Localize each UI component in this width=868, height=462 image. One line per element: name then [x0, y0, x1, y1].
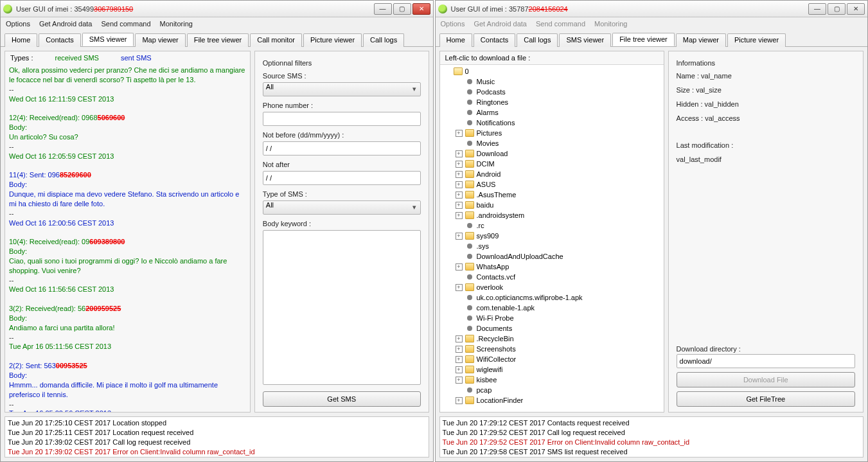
minimize-button[interactable]: —: [808, 3, 826, 15]
tree-node[interactable]: +Pictures: [440, 128, 664, 138]
log-panel[interactable]: Tue Jun 20 17:29:12 CEST 2017 Contacts r…: [439, 416, 864, 458]
source-select[interactable]: All: [263, 82, 421, 96]
info-title: Informations: [677, 59, 855, 67]
download-dir-input[interactable]: [677, 354, 855, 368]
tree-node[interactable]: +.RecycleBin: [440, 333, 664, 344]
tree-node[interactable]: +WifiCollector: [440, 354, 664, 364]
menu-send-command[interactable]: Send command: [101, 20, 150, 28]
titlebar[interactable]: User GUI of imei : 357872084156024 — ▢ ✕: [436, 1, 868, 17]
tree-node[interactable]: Alarms: [440, 107, 664, 118]
log-line: Tue Jun 20 17:39:02 CEST 2017 Call log r…: [8, 438, 426, 447]
filetree-content: Left-clic to download a file : 0MusicPod…: [436, 47, 868, 461]
sms-message[interactable]: 11(4): Sent: 09685269600Body:Dunque, mi …: [9, 170, 246, 237]
tree-node[interactable]: .sys: [440, 241, 664, 251]
tree-node[interactable]: Movies: [440, 138, 664, 148]
menu-options[interactable]: Options: [6, 20, 30, 28]
tab-map-viewer[interactable]: Map viewer: [135, 33, 185, 47]
info-name: Name : val_name: [677, 72, 855, 80]
info-lastmod: val_last_modif: [677, 155, 855, 163]
type-select[interactable]: All: [263, 200, 421, 215]
tree-node[interactable]: +kisbee: [440, 375, 664, 385]
tree-node[interactable]: +ASUS: [440, 179, 664, 190]
tree-node[interactable]: +LocationFinder: [440, 395, 664, 405]
tab-picture-viewer[interactable]: Picture viewer: [727, 33, 786, 47]
tree-node[interactable]: +Screenshots: [440, 344, 664, 354]
tree-node[interactable]: Podcasts: [440, 87, 664, 97]
tree-node[interactable]: +sys909: [440, 231, 664, 241]
menu-send-command[interactable]: Send command: [536, 20, 585, 28]
menubar: Options Get Android data Send command Mo…: [1, 17, 433, 30]
tree-node[interactable]: +DCIM: [440, 159, 664, 169]
tab-contacts[interactable]: Contacts: [474, 33, 515, 47]
log-line: Tue Jun 20 17:39:02 CEST 2017 Error on C…: [8, 447, 426, 457]
sms-message[interactable]: Ok, allora possimo vederci per pranzo? C…: [9, 66, 246, 113]
download-file-button[interactable]: Download File: [677, 372, 855, 387]
tree-node[interactable]: Documents: [440, 323, 664, 333]
get-sms-button[interactable]: Get SMS: [263, 391, 421, 407]
tree-node[interactable]: Music: [440, 76, 664, 87]
tree-node[interactable]: +overlook: [440, 282, 664, 292]
types-legend: Types : received SMS sent SMS: [5, 51, 250, 64]
phone-input[interactable]: [263, 112, 421, 126]
log-panel[interactable]: Tue Jun 20 17:25:10 CEST 2017 Location s…: [4, 416, 429, 458]
close-button[interactable]: ✕: [412, 3, 430, 15]
tab-file-tree-viewer[interactable]: File tree viewer: [612, 33, 675, 46]
tab-picture-viewer[interactable]: Picture viewer: [303, 33, 362, 47]
close-button[interactable]: ✕: [847, 3, 865, 15]
minimize-button[interactable]: —: [374, 3, 392, 15]
tree-node[interactable]: +.AsusTheme: [440, 190, 664, 200]
tab-home[interactable]: Home: [4, 33, 37, 47]
maximize-button[interactable]: ▢: [828, 3, 846, 15]
body-keyword-input[interactable]: [263, 230, 421, 385]
tabstrip: HomeContactsSMS viewerMap viewerFile tre…: [1, 30, 433, 47]
window-left: User GUI of imei : 354993067989150 — ▢ ✕…: [0, 0, 434, 462]
log-line: Tue Jun 20 17:25:11 CEST 2017 Location r…: [8, 428, 426, 438]
tab-map-viewer[interactable]: Map viewer: [676, 33, 726, 47]
tree-node[interactable]: Wi-Fi Probe: [440, 313, 664, 323]
tab-call-monitor[interactable]: Call monitor: [250, 33, 302, 47]
sms-message[interactable]: 10(4): Received(read): 09609389800Body:C…: [9, 237, 246, 304]
tree-node[interactable]: .rc: [440, 220, 664, 231]
tree-node[interactable]: Contacts.vcf: [440, 272, 664, 282]
menu-get-android[interactable]: Get Android data: [39, 20, 93, 28]
maximize-button[interactable]: ▢: [393, 3, 411, 15]
tree-node[interactable]: +Android: [440, 169, 664, 179]
tab-home[interactable]: Home: [439, 33, 472, 47]
info-access: Access : val_access: [677, 114, 855, 122]
notbefore-input[interactable]: [263, 141, 421, 155]
titlebar[interactable]: User GUI of imei : 354993067989150 — ▢ ✕: [1, 1, 433, 17]
tree-node[interactable]: +Download: [440, 148, 664, 159]
tab-contacts[interactable]: Contacts: [39, 33, 80, 47]
file-tree[interactable]: 0MusicPodcastsRingtonesAlarmsNotificatio…: [440, 64, 664, 412]
tree-node[interactable]: +baidu: [440, 200, 664, 210]
log-line: Tue Jun 20 17:29:58 CEST 2017 SMS list r…: [443, 447, 861, 457]
download-dir-label: Download directory :: [677, 345, 855, 353]
tab-sms-viewer[interactable]: SMS viewer: [559, 33, 611, 47]
menu-monitoring[interactable]: Monitoring: [160, 20, 193, 28]
sms-message[interactable]: 3(2): Received(read): 56200959525Body:An…: [9, 304, 246, 361]
tree-node[interactable]: Notifications: [440, 118, 664, 128]
tree-node[interactable]: pcap: [440, 385, 664, 395]
tree-node[interactable]: com.tenable-1.apk: [440, 303, 664, 313]
tree-node[interactable]: +wiglewifi: [440, 364, 664, 375]
get-filetree-button[interactable]: Get FileTree: [677, 391, 855, 407]
tree-node[interactable]: uk.co.opticiancms.wifiprobe-1.apk: [440, 292, 664, 303]
tab-sms-viewer[interactable]: SMS viewer: [82, 33, 134, 46]
notafter-input[interactable]: [263, 171, 421, 185]
menu-get-android[interactable]: Get Android data: [474, 20, 527, 28]
sms-message[interactable]: 2(2): Sent: 56300953525Body:Hmmm... doma…: [9, 361, 246, 412]
tree-node[interactable]: Ringtones: [440, 97, 664, 107]
tree-root[interactable]: 0: [440, 66, 664, 76]
menu-options[interactable]: Options: [441, 20, 465, 28]
tree-node[interactable]: +WhatsApp: [440, 262, 664, 272]
sms-list[interactable]: Ok, allora possimo vederci per pranzo? C…: [5, 64, 250, 412]
window-title: User GUI of imei : 354993067989150: [16, 5, 133, 13]
tab-file-tree-viewer[interactable]: File tree viewer: [187, 33, 249, 47]
tab-call-logs[interactable]: Call logs: [517, 33, 558, 47]
tree-node[interactable]: DownloadAndUploadCache: [440, 251, 664, 262]
tree-node[interactable]: +.androidsystem: [440, 210, 664, 220]
menu-monitoring[interactable]: Monitoring: [594, 20, 627, 28]
tab-call-logs[interactable]: Call logs: [363, 33, 404, 47]
sms-message[interactable]: 12(4): Received(read): 09685069600Body:U…: [9, 113, 246, 170]
app-icon: [3, 4, 12, 13]
